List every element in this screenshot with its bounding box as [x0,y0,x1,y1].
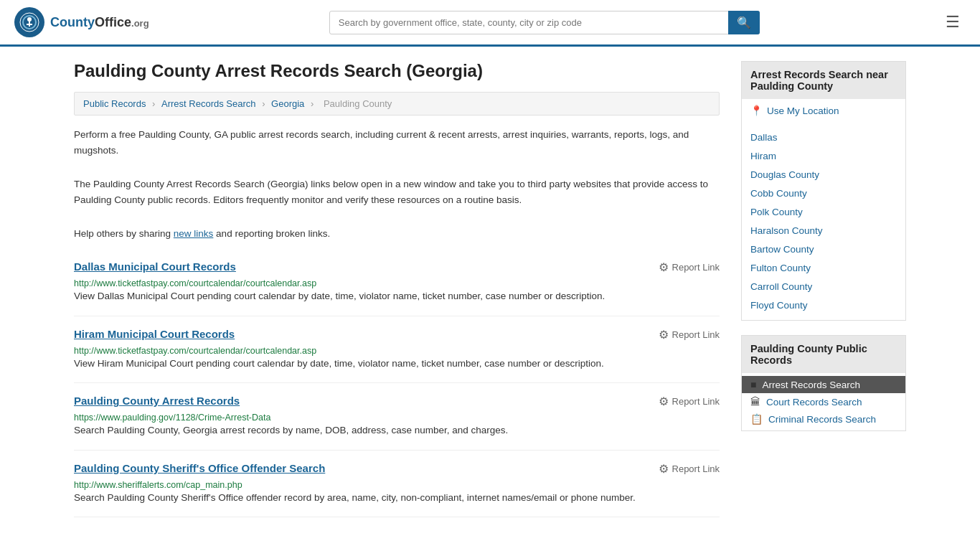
report-link-0[interactable]: ⚙ Report Link [659,260,720,274]
record-desc-0: View Dallas Municipal Court pending cour… [74,288,720,304]
nearby-link-2[interactable]: Douglas County [750,169,819,180]
record-header-0: Dallas Municipal Court Records ⚙ Report … [74,260,720,274]
record-url-3[interactable]: http://www.sheriffalerts.com/cap_main.ph… [74,480,242,490]
search-area: 🔍 [329,11,760,34]
breadcrumb-sep-3: › [311,98,316,109]
logo-text: CountyOffice.org [50,15,149,30]
nearby-item: Fulton County [742,258,905,277]
report-link-2[interactable]: ⚙ Report Link [659,395,720,408]
menu-button[interactable]: ☰ [940,10,966,34]
record-url-1[interactable]: http://www.ticketfastpay.com/courtcalend… [74,346,316,356]
nearby-link-4[interactable]: Polk County [750,207,803,217]
public-record-link-1[interactable]: Court Records Search [766,397,862,408]
report-label-0: Report Link [672,262,720,273]
nearby-item: Dallas [742,128,905,146]
record-icon-0: ■ [750,379,756,390]
record-icon-2: 📋 [750,413,763,425]
search-input[interactable] [329,11,760,34]
public-record-item[interactable]: ■Arrest Records Search [742,376,905,393]
site-header: CountyOffice.org 🔍 ☰ [0,0,980,47]
use-location-btn[interactable]: 📍 Use My Location [742,99,905,122]
breadcrumb-georgia[interactable]: Georgia [271,98,304,109]
record-header-3: Paulding County Sheriff's Office Offende… [74,462,720,476]
record-title-1[interactable]: Hiram Municipal Court Records [74,328,235,340]
sidebar-public-title: Paulding County Public Records [742,336,905,373]
nearby-item: Hiram [742,146,905,165]
record-icon-1: 🏛 [750,396,760,408]
breadcrumb-public-records[interactable]: Public Records [83,98,146,109]
search-wrap: 🔍 [329,11,760,34]
record-title-3[interactable]: Paulding County Sheriff's Office Offende… [74,462,325,474]
nearby-link-7[interactable]: Fulton County [750,263,811,273]
nearby-item: Carroll County [742,277,905,296]
breadcrumb-sep-1: › [152,98,158,109]
breadcrumb-arrest-records[interactable]: Arrest Records Search [161,98,256,109]
record-entry: Paulding County Sheriff's Office Offende… [74,451,720,518]
logo[interactable]: CountyOffice.org [14,7,149,37]
record-title-0[interactable]: Dallas Municipal Court Records [74,260,236,273]
svg-point-2 [27,17,32,22]
record-title-2[interactable]: Paulding County Arrest Records [74,395,240,407]
breadcrumb-current: Paulding County [324,98,392,109]
record-entry: Paulding County Arrest Records ⚙ Report … [74,383,720,451]
nearby-item: Bartow County [742,240,905,258]
report-icon-2: ⚙ [659,395,669,408]
new-links[interactable]: new links [174,228,214,239]
nearby-item: Polk County [742,202,905,221]
content-area: Paulding County Arrest Records Search (G… [74,61,720,517]
report-label-3: Report Link [672,463,720,474]
desc-para-3: Help others by sharing new links and rep… [74,226,720,242]
public-record-item[interactable]: 📋Criminal Records Search [742,410,905,428]
report-icon-0: ⚙ [659,260,669,274]
record-entry: Hiram Municipal Court Records ⚙ Report L… [74,316,720,384]
nearby-link-6[interactable]: Bartow County [750,244,814,255]
nearby-link-5[interactable]: Haralson County [750,225,823,236]
page-title: Paulding County Arrest Records Search (G… [74,61,720,81]
record-desc-1: View Hiram Municipal Court pending court… [74,356,720,372]
public-records-list: ■Arrest Records Search🏛Court Records Sea… [742,373,905,430]
menu-icon: ☰ [946,13,960,31]
location-icon: 📍 [750,105,763,116]
record-desc-3: Search Paulding County Sheriff's Office … [74,490,720,506]
search-button[interactable]: 🔍 [728,11,760,34]
nearby-link-3[interactable]: Cobb County [750,188,807,199]
breadcrumb: Public Records › Arrest Records Search ›… [74,92,720,116]
nearby-item: Douglas County [742,165,905,184]
records-list: Dallas Municipal Court Records ⚙ Report … [74,249,720,517]
nearby-link-0[interactable]: Dallas [750,132,778,143]
public-record-link-0[interactable]: Arrest Records Search [762,380,860,390]
report-label-2: Report Link [672,396,720,407]
breadcrumb-sep-2: › [262,98,268,109]
search-icon: 🔍 [737,17,751,29]
report-label-1: Report Link [672,329,720,340]
nearby-link-9[interactable]: Floyd County [750,300,808,311]
record-desc-2: Search Paulding County, Georgia arrest r… [74,423,720,438]
sidebar-nearby-box: Arrest Records Search near Paulding Coun… [741,61,906,321]
nearby-link-1[interactable]: Hiram [750,151,776,161]
public-record-link-2[interactable]: Criminal Records Search [768,414,876,425]
report-icon-1: ⚙ [659,328,669,342]
sidebar-nearby-title: Arrest Records Search near Paulding Coun… [742,62,905,99]
use-location-label: Use My Location [767,105,839,116]
nearby-link-8[interactable]: Carroll County [750,281,812,292]
record-entry: Dallas Municipal Court Records ⚙ Report … [74,249,720,316]
report-link-3[interactable]: ⚙ Report Link [659,462,720,476]
sidebar: Arrest Records Search near Paulding Coun… [741,61,906,517]
nearby-item: Haralson County [742,221,905,240]
record-header-1: Hiram Municipal Court Records ⚙ Report L… [74,328,720,342]
nearby-list: DallasHiramDouglas CountyCobb CountyPolk… [742,122,905,320]
nearby-item: Floyd County [742,296,905,314]
record-url-2[interactable]: https://www.paulding.gov/1128/Crime-Arre… [74,413,270,423]
public-record-item[interactable]: 🏛Court Records Search [742,393,905,410]
sidebar-public-box: Paulding County Public Records ■Arrest R… [741,335,906,431]
record-header-2: Paulding County Arrest Records ⚙ Report … [74,395,720,408]
record-url-0[interactable]: http://www.ticketfastpay.com/courtcalend… [74,278,316,288]
report-link-1[interactable]: ⚙ Report Link [659,328,720,342]
nearby-item: Cobb County [742,184,905,202]
desc-para-1: Perform a free Paulding County, GA publi… [74,127,720,158]
main-container: Paulding County Arrest Records Search (G… [60,47,920,532]
logo-icon [14,7,44,37]
report-icon-3: ⚙ [659,462,669,476]
desc-para-2: The Paulding County Arrest Records Searc… [74,176,720,207]
